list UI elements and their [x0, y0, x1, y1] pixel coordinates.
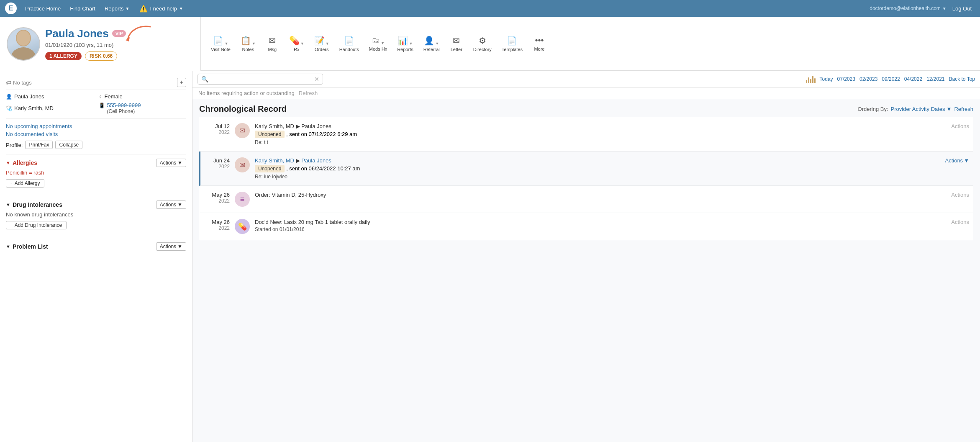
record-receiver-link[interactable]: Paula Jones	[301, 157, 331, 164]
meds-hx-caret-icon: ▼	[381, 41, 385, 45]
timeline-date-2[interactable]: 02/2023	[859, 76, 877, 82]
no-items-text: No items requiring action or outstanding	[198, 90, 295, 96]
record-sender-link[interactable]: Karly Smith, MD	[255, 157, 294, 164]
phone-icon: 📱	[99, 103, 105, 108]
toolbar-templates[interactable]: 📄 Templates	[497, 34, 528, 54]
timeline-bar-3	[810, 79, 811, 83]
record-actions-2[interactable]: Actions ▼	[945, 157, 969, 164]
timeline-bars	[806, 75, 816, 83]
svg-marker-3	[126, 37, 130, 41]
nav-practice-home[interactable]: Practice Home	[22, 5, 64, 12]
print-fax-button[interactable]: Print/Fax	[25, 141, 53, 149]
message-icon-2: ✉	[239, 161, 245, 170]
drug-intolerances-section-header: ▼ Drug Intolerances Actions ▼	[6, 200, 186, 209]
allergies-title: ▼ Allergies	[6, 159, 37, 166]
rx-caret-icon: ▼	[300, 41, 304, 46]
search-clear-icon[interactable]: ✕	[314, 76, 319, 82]
logout-button[interactable]: Log Out	[949, 5, 975, 12]
action-bar-refresh-button[interactable]: Refresh	[299, 90, 318, 96]
app-logo: E	[5, 3, 17, 14]
record-actions-3[interactable]: Actions	[951, 192, 969, 198]
patient-details-grid: 👤 Paula Jones ♀ Female 🩺 Karly Smith, MD…	[6, 93, 186, 119]
user-menu-caret-icon: ▼	[942, 6, 947, 11]
record-actions-4[interactable]: Actions	[951, 219, 969, 225]
add-tag-button[interactable]: +	[177, 78, 186, 87]
record-actions-1[interactable]: Actions	[951, 123, 969, 129]
no-appointments-link[interactable]: No upcoming appointments	[6, 123, 186, 129]
toolbar-meds-hx[interactable]: 🗂 ▼ Meds Hx	[364, 34, 392, 53]
drug-intolerances-actions-button[interactable]: Actions ▼	[156, 200, 186, 209]
record-badge-detail-2: , sent on 06/24/2022 10:27 am	[286, 165, 360, 172]
phone-type: (Cell Phone)	[99, 108, 135, 114]
record-badge-detail-1: , sent on 07/12/2022 6:29 am	[286, 131, 357, 137]
toolbar-referral[interactable]: 👤 ▼ Referral	[418, 34, 445, 54]
meds-hx-icon: 🗂	[372, 36, 380, 45]
toolbar-reports[interactable]: 📊 ▼ Reports	[392, 34, 418, 54]
letter-icon: ✉	[453, 36, 460, 46]
templates-icon: 📄	[507, 36, 517, 46]
no-visits-link[interactable]: No documented visits	[6, 131, 186, 137]
help-caret-icon: ▼	[179, 6, 183, 11]
patient-full-name: Paula Jones	[14, 93, 44, 100]
nav-reports-dropdown[interactable]: Reports ▼	[101, 5, 133, 12]
toolbar-directory[interactable]: ⚙ Directory	[468, 34, 497, 54]
toolbar-letter[interactable]: ✉ Letter	[445, 34, 468, 54]
arrow-annotation	[126, 23, 159, 49]
nav-find-chart[interactable]: Find Chart	[67, 5, 99, 12]
timeline-date-1[interactable]: 07/2023	[837, 76, 855, 82]
timeline-date-3[interactable]: 09/2022	[882, 76, 900, 82]
record-body-2: Karly Smith, MD ▶ Paula Jones Unopened ,…	[255, 157, 940, 180]
toolbar-notes[interactable]: 📋 ▼ Notes	[236, 34, 261, 54]
timeline-date-4[interactable]: 04/2022	[904, 76, 922, 82]
ordering-value-dropdown[interactable]: Provider Activity Dates ▼	[891, 106, 952, 112]
rx-icon: 💊	[289, 36, 300, 46]
ordering-refresh-button[interactable]: Refresh	[954, 106, 973, 112]
no-drug-intolerances: No known drug intolerances	[6, 211, 186, 218]
reports-caret-icon2: ▼	[409, 41, 413, 46]
allergy-badge[interactable]: 1 ALLERGY	[45, 52, 82, 60]
drug-intolerances-title: ▼ Drug Intolerances	[6, 201, 62, 208]
timeline-bar-5	[814, 78, 816, 83]
allergies-actions-caret-icon: ▼	[177, 160, 182, 166]
search-input[interactable]	[211, 76, 312, 82]
toolbar-orders[interactable]: 📝 ▼ Orders	[309, 34, 334, 54]
toolbar-more[interactable]: ••• More	[528, 34, 551, 53]
patient-dob: 01/01/1920 (103 yrs, 11 mo)	[45, 42, 126, 48]
msg-label: Msg	[268, 47, 277, 52]
profile-label: Profile:	[6, 142, 23, 148]
collapse-button[interactable]: Collapse	[55, 141, 82, 149]
add-drug-intolerance-button[interactable]: + Add Drug Intolerance	[6, 221, 67, 229]
allergies-actions-button[interactable]: Actions ▼	[156, 159, 186, 167]
add-allergy-button[interactable]: + Add Allergy	[6, 179, 44, 188]
order-icon: ≡	[240, 195, 245, 204]
orders-icon: 📝	[314, 36, 325, 46]
timeline-date-5[interactable]: 12/2021	[926, 76, 944, 82]
back-to-top-button[interactable]: Back to Top	[949, 76, 975, 82]
svg-point-2	[17, 31, 30, 46]
table-row: May 26 2022 💊 Doc'd New: Lasix 20 mg Tab…	[199, 213, 973, 240]
risk-badge: RISK 0.66	[85, 51, 117, 61]
timeline-today[interactable]: Today	[820, 76, 833, 82]
ordering-label: Ordering By:	[858, 106, 888, 112]
person-icon: 👤	[6, 94, 12, 100]
toolbar-visit-note[interactable]: 📄 ▼ Visit Note	[206, 34, 236, 54]
actions-caret-icon-2: ▼	[964, 157, 969, 164]
patient-phone[interactable]: 555-999-9999	[107, 102, 141, 108]
handouts-label: Handouts	[339, 47, 359, 52]
message-icon: ✉	[239, 126, 245, 135]
directory-icon: ⚙	[479, 36, 486, 46]
problem-list-actions-button[interactable]: Actions ▼	[156, 242, 186, 251]
record-icon-2: ✉	[235, 157, 250, 172]
toolbar-msg[interactable]: ✉ Msg	[261, 34, 284, 54]
toolbar-handouts[interactable]: 📄 Handouts	[334, 34, 364, 54]
reports-icon: 📊	[398, 36, 408, 46]
table-row: Jun 24 2022 ✉ Karly Smith, MD ▶ Paula Jo…	[199, 152, 973, 186]
toolbar-rx[interactable]: 💊 ▼ Rx	[284, 34, 309, 54]
record-date-2: Jun 24 2022	[205, 157, 230, 170]
nav-help-dropdown[interactable]: ⚠️ I need help ▼	[135, 3, 187, 14]
handouts-icon: 📄	[344, 36, 354, 46]
more-label: More	[534, 46, 544, 51]
record-body-3: Order: Vitamin D, 25-Hydroxy	[255, 192, 946, 199]
profile-row: Profile: Print/Fax Collapse	[6, 141, 186, 149]
top-navigation: E Practice Home Find Chart Reports ▼ ⚠️ …	[0, 0, 980, 17]
